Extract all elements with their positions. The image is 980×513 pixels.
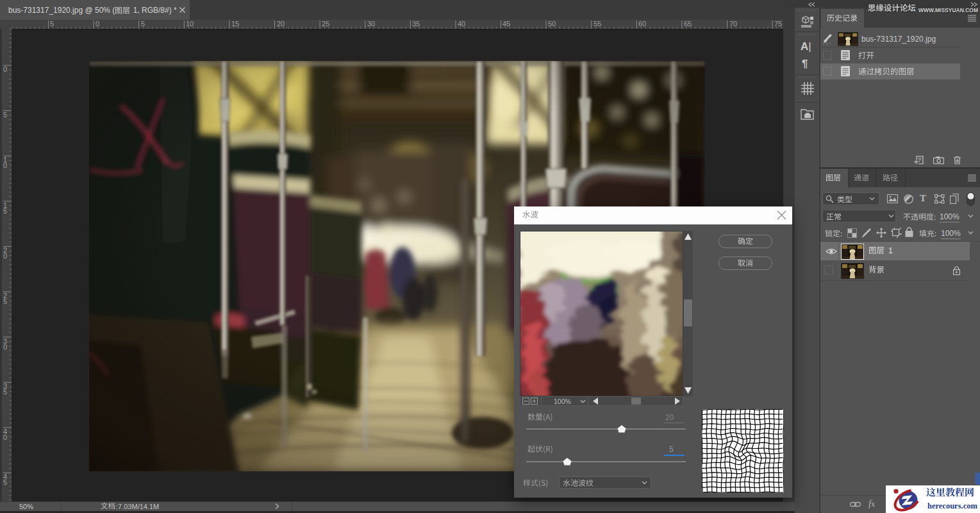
svg-text:35: 35 xyxy=(412,20,420,28)
svg-text:0: 0 xyxy=(3,252,7,260)
svg-text:15: 15 xyxy=(231,20,239,28)
svg-text:65: 65 xyxy=(684,20,692,28)
svg-text:75: 75 xyxy=(774,20,782,28)
svg-text:5: 5 xyxy=(3,388,7,396)
svg-text:0: 0 xyxy=(3,433,7,441)
svg-text:5: 5 xyxy=(141,20,145,28)
svg-text:55: 55 xyxy=(594,20,601,28)
svg-text:0: 0 xyxy=(3,343,7,351)
svg-text:5: 5 xyxy=(3,478,7,486)
svg-text:0: 0 xyxy=(3,162,7,169)
svg-text:5: 5 xyxy=(50,20,54,28)
svg-text:25: 25 xyxy=(322,20,329,28)
svg-text:20: 20 xyxy=(277,20,285,28)
svg-text:10: 10 xyxy=(186,20,194,28)
svg-text:40: 40 xyxy=(458,20,465,28)
svg-text:45: 45 xyxy=(502,20,510,28)
svg-text:5: 5 xyxy=(3,111,7,119)
svg-text:70: 70 xyxy=(729,20,737,28)
svg-text:60: 60 xyxy=(638,20,646,28)
svg-text:0: 0 xyxy=(96,20,99,28)
svg-text:5: 5 xyxy=(3,207,7,215)
svg-text:0: 0 xyxy=(3,65,7,73)
svg-text:30: 30 xyxy=(367,20,375,28)
svg-text:50: 50 xyxy=(548,20,556,28)
svg-text:5: 5 xyxy=(3,298,7,305)
